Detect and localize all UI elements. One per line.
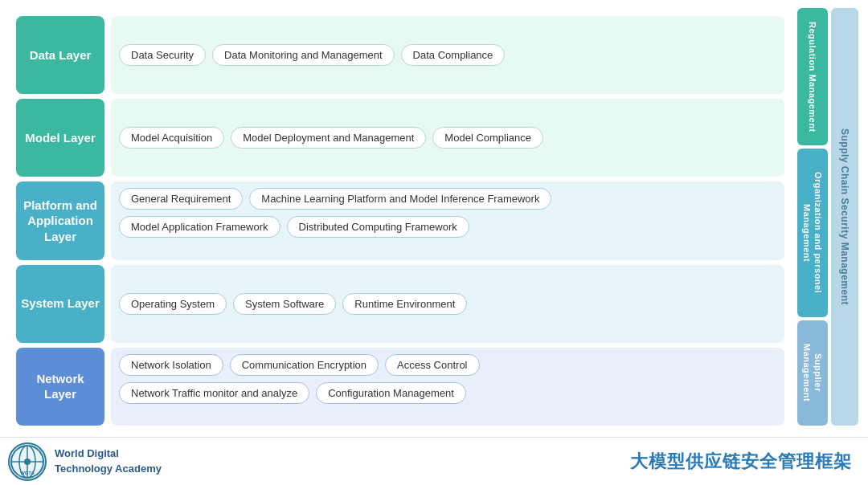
layer-chip: Model Compliance bbox=[432, 127, 543, 149]
supply-chain-section: Regulation ManagementOrganization and pe… bbox=[797, 8, 862, 434]
layer-chip: Network Isolation bbox=[119, 354, 223, 376]
layer-chip: Model Acquisition bbox=[119, 127, 224, 149]
layer-chip: Data Security bbox=[119, 44, 206, 66]
org-name: World Digital Technology Academy bbox=[55, 446, 162, 475]
layer-chip: Data Compliance bbox=[401, 44, 506, 66]
layer-chip: Communication Encryption bbox=[230, 354, 379, 376]
layer-chip: General Requirement bbox=[119, 188, 243, 210]
layer-chip: Configuration Management bbox=[316, 382, 466, 404]
svg-text:WDTA: WDTA bbox=[20, 471, 35, 475]
layer-chip: Operating System bbox=[119, 293, 227, 315]
page-wrapper: Data LayerData SecurityData Monitoring a… bbox=[0, 0, 868, 485]
layer-content-network-layer: Network IsolationCommunication Encryptio… bbox=[111, 348, 784, 426]
logo: WDTA bbox=[8, 442, 47, 481]
layer-chip: Runtime Environment bbox=[342, 293, 467, 315]
layer-label-data-layer: Data Layer bbox=[16, 16, 104, 94]
layer-chip: System Software bbox=[233, 293, 336, 315]
footer-left: WDTA World Digital Technology Academy bbox=[8, 442, 162, 481]
layer-label-platform-layer: Platform and Application Layer bbox=[16, 181, 104, 259]
layer-row-data-layer: Data LayerData SecurityData Monitoring a… bbox=[16, 16, 784, 94]
chip-row: Network Traffic monitor and analyzeConfi… bbox=[119, 382, 466, 404]
layer-chip: Machine Learning Platform and Model Infe… bbox=[249, 188, 551, 210]
content-area: Data LayerData SecurityData Monitoring a… bbox=[0, 0, 868, 437]
layer-row-platform-layer: Platform and Application LayerGeneral Re… bbox=[16, 181, 784, 259]
layer-chip: Network Traffic monitor and analyze bbox=[119, 382, 309, 404]
sc-sub-0: Regulation Management bbox=[797, 8, 828, 145]
layer-row-network-layer: Network LayerNetwork IsolationCommunicat… bbox=[16, 348, 784, 426]
layer-label-system-layer: System Layer bbox=[16, 265, 104, 343]
layer-row-model-layer: Model LayerModel AcquisitionModel Deploy… bbox=[16, 99, 784, 177]
chip-row: Model Application FrameworkDistributed C… bbox=[119, 216, 469, 238]
sc-sub-2: Supplier Management bbox=[797, 320, 828, 426]
layer-chip: Distributed Computing Framework bbox=[287, 216, 469, 238]
chip-row: General RequirementMachine Learning Plat… bbox=[119, 188, 551, 210]
chip-row: Network IsolationCommunication Encryptio… bbox=[119, 354, 480, 376]
footer-title: 大模型供应链安全管理框架 bbox=[630, 450, 852, 474]
layer-label-model-layer: Model Layer bbox=[16, 99, 104, 177]
sc-sub-1: Organization and personel Management bbox=[797, 149, 828, 317]
layer-chip: Model Deployment and Management bbox=[231, 127, 426, 149]
layer-row-system-layer: System LayerOperating SystemSystem Softw… bbox=[16, 265, 784, 343]
layer-content-platform-layer: General RequirementMachine Learning Plat… bbox=[111, 181, 784, 259]
layer-label-network-layer: Network Layer bbox=[16, 348, 104, 426]
svg-point-4 bbox=[24, 459, 31, 465]
layer-chip: Access Control bbox=[385, 354, 479, 376]
layer-chip: Data Monitoring and Management bbox=[212, 44, 395, 66]
sc-sub-column: Regulation ManagementOrganization and pe… bbox=[797, 8, 828, 426]
layers-section: Data LayerData SecurityData Monitoring a… bbox=[8, 8, 792, 434]
footer: WDTA World Digital Technology Academy 大模… bbox=[0, 437, 868, 485]
layer-content-model-layer: Model AcquisitionModel Deployment and Ma… bbox=[111, 99, 784, 177]
layer-content-system-layer: Operating SystemSystem SoftwareRuntime E… bbox=[111, 265, 784, 343]
layer-content-data-layer: Data SecurityData Monitoring and Managem… bbox=[111, 16, 784, 94]
layer-chip: Model Application Framework bbox=[119, 216, 280, 238]
sc-main-label: Supply Chain Security Management bbox=[831, 8, 858, 426]
